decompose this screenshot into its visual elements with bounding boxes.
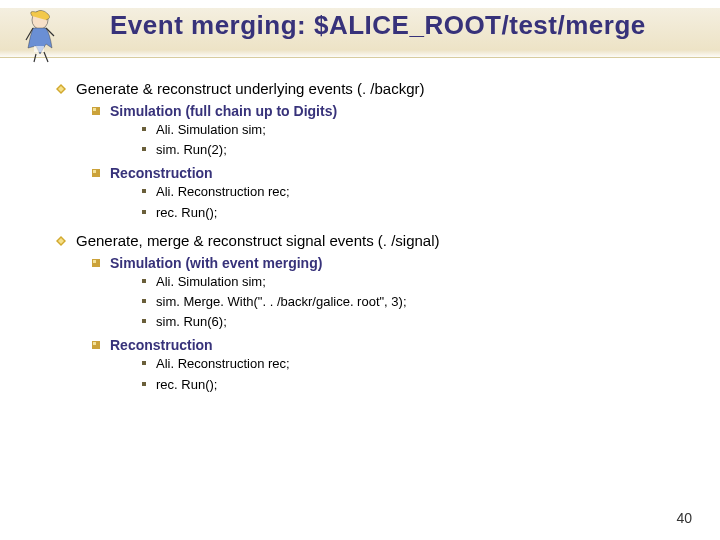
bullet-text: rec. Run();: [156, 377, 217, 392]
alice-logo: [18, 6, 64, 64]
dot-bullet-icon: [142, 279, 146, 283]
bullet-level3: sim. Merge. With(". . /backr/galice. roo…: [156, 293, 692, 311]
bullet-level3: Ali. Reconstruction rec;: [156, 355, 692, 373]
bullet-level2: Reconstruction: [110, 165, 692, 181]
bullet-text: rec. Run();: [156, 205, 217, 220]
dot-bullet-icon: [142, 319, 146, 323]
svg-line-3: [44, 52, 48, 62]
bullet-text: Generate, merge & reconstruct signal eve…: [76, 232, 440, 249]
bullet-level3: Ali. Simulation sim;: [156, 121, 692, 139]
dot-bullet-icon: [142, 210, 146, 214]
bullet-level2: Reconstruction: [110, 337, 692, 353]
bullet-level3: sim. Run(6);: [156, 313, 692, 331]
svg-rect-9: [93, 170, 96, 173]
slide-title: Event merging: $ALICE_ROOT/test/merge: [110, 10, 646, 41]
svg-rect-15: [93, 342, 96, 345]
bullet-text: sim. Run(2);: [156, 142, 227, 157]
bullet-level3: Ali. Simulation sim;: [156, 273, 692, 291]
diamond-bullet-icon: [56, 236, 66, 246]
bullet-text: Ali. Simulation sim;: [156, 274, 266, 289]
title-bar: Event merging: $ALICE_ROOT/test/merge: [0, 0, 720, 58]
bullet-text: Simulation (full chain up to Digits): [110, 103, 337, 119]
bullet-text: Generate & reconstruct underlying events…: [76, 80, 425, 97]
bullet-text: Reconstruction: [110, 337, 213, 353]
square-bullet-icon: [92, 341, 100, 349]
page-number: 40: [676, 510, 692, 526]
dot-bullet-icon: [142, 189, 146, 193]
bullet-level1: Generate, merge & reconstruct signal eve…: [76, 232, 692, 249]
dot-bullet-icon: [142, 127, 146, 131]
bullet-level2: Simulation (full chain up to Digits): [110, 103, 692, 119]
square-bullet-icon: [92, 107, 100, 115]
dot-bullet-icon: [142, 147, 146, 151]
bullet-level1: Generate & reconstruct underlying events…: [76, 80, 692, 97]
bullet-level3: Ali. Reconstruction rec;: [156, 183, 692, 201]
svg-rect-1: [34, 46, 44, 52]
slide-content: Generate & reconstruct underlying events…: [0, 58, 720, 394]
bullet-text: sim. Run(6);: [156, 314, 227, 329]
dot-bullet-icon: [142, 382, 146, 386]
dot-bullet-icon: [142, 361, 146, 365]
bullet-level3: rec. Run();: [156, 204, 692, 222]
svg-rect-13: [93, 260, 96, 263]
bullet-text: Ali. Reconstruction rec;: [156, 356, 290, 371]
dot-bullet-icon: [142, 299, 146, 303]
square-bullet-icon: [92, 259, 100, 267]
bullet-level2: Simulation (with event merging): [110, 255, 692, 271]
bullet-text: Simulation (with event merging): [110, 255, 322, 271]
bullet-level3: rec. Run();: [156, 376, 692, 394]
diamond-bullet-icon: [56, 84, 66, 94]
svg-line-2: [34, 54, 36, 62]
svg-rect-7: [93, 108, 96, 111]
bullet-text: Ali. Reconstruction rec;: [156, 184, 290, 199]
bullet-text: Reconstruction: [110, 165, 213, 181]
bullet-level3: sim. Run(2);: [156, 141, 692, 159]
bullet-text: Ali. Simulation sim;: [156, 122, 266, 137]
bullet-text: sim. Merge. With(". . /backr/galice. roo…: [156, 294, 407, 309]
square-bullet-icon: [92, 169, 100, 177]
